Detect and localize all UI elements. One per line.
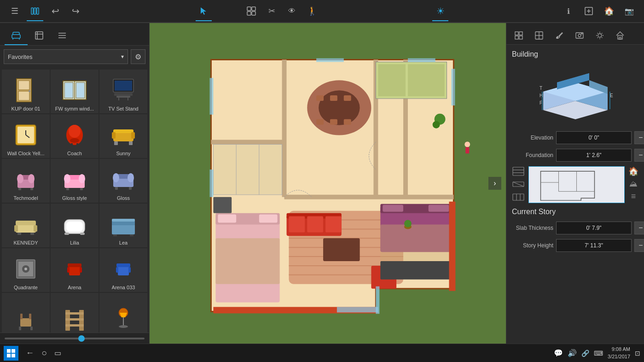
view-icon-3[interactable]: ≡ [631,192,636,201]
material-icon[interactable] [529,27,549,44]
svg-point-39 [70,138,79,143]
circle-button[interactable]: ○ [41,348,47,358]
item-label-lea: Lea [119,240,128,245]
favorites-dropdown[interactable]: Favorites ▾ [4,49,128,64]
chat-icon[interactable]: 💬 [554,349,563,357]
zoom-slider[interactable] [5,338,145,339]
svg-text:E: E [610,93,613,98]
svg-rect-73 [66,222,83,232]
properties-icon[interactable] [509,27,528,44]
item-arena-033[interactable]: Arena 033 [99,248,147,292]
back-button[interactable]: ← [26,348,34,358]
slab-thickness-row: Slab Thickness − + [512,222,638,234]
svg-point-160 [433,121,440,128]
svg-rect-3 [247,7,251,11]
rect-button[interactable]: ▭ [54,349,61,357]
story-height-input[interactable] [556,239,632,252]
view-icon-1[interactable]: 🏠 [628,166,638,176]
elevation-input[interactable] [556,131,632,144]
svg-rect-176 [515,36,518,39]
settings-button[interactable]: ⚙ [131,49,145,64]
item-thumb-shelf1 [58,304,91,333]
zoom-slider-thumb[interactable] [78,335,85,342]
svg-rect-156 [380,224,451,261]
svg-point-63 [128,173,134,182]
item-techmodel[interactable]: Techmodel [2,159,50,203]
svg-rect-129 [316,119,324,125]
export-icon[interactable] [579,1,599,21]
library-icon[interactable] [25,1,45,21]
paint-brush-icon[interactable] [550,27,569,44]
tab-furniture[interactable] [5,27,28,45]
foundation-decrement[interactable]: − [634,149,644,162]
keyboard-icon[interactable]: ⌨ [594,350,603,357]
item-shelf1[interactable] [51,293,99,333]
item-tv-stand[interactable]: TV Set Stand [99,70,147,113]
start-button[interactable] [4,346,18,361]
redo-icon[interactable]: ↪ [65,1,86,21]
slab-decrement[interactable]: − [634,222,644,234]
item-lea[interactable]: Lea [99,204,147,247]
light-right-icon[interactable] [590,27,609,44]
walk-icon[interactable]: 🚶 [302,1,322,21]
story-icon-row-1[interactable] [512,166,525,176]
mini-floor-plan[interactable] [528,166,625,203]
item-kup-door[interactable]: KUP door 01 [2,70,50,113]
item-quadrante[interactable]: Quadrante [2,248,50,292]
tab-drawing[interactable] [28,27,51,45]
notification-icon[interactable]: ⊡ [635,350,640,357]
item-gloss-style[interactable]: Gloss style [51,159,99,203]
svg-rect-170 [209,169,213,197]
svg-rect-21 [18,91,29,100]
svg-rect-149 [218,215,236,223]
menu-icon[interactable]: ☰ [5,1,25,21]
svg-rect-70 [17,233,21,235]
slider-bar [0,333,149,344]
eye-icon[interactable]: 👁 [282,1,302,21]
home-right-icon[interactable] [610,27,630,44]
item-arena[interactable]: Arena [51,248,99,292]
item-sunny[interactable]: Sunny [99,114,147,158]
item-label-gloss-style: Gloss style [62,195,87,201]
slab-label: Slab Thickness [512,225,553,231]
svg-rect-5 [247,12,251,15]
item-coach[interactable]: Coach [51,114,99,158]
item-thumb-chair1 [9,304,42,333]
item-gloss[interactable]: Gloss [99,159,147,203]
elevation-decrement[interactable]: − [634,131,644,144]
item-label-arena: Arena [68,285,81,290]
camera-top-icon[interactable]: 📷 [619,1,639,21]
sun-icon[interactable]: ☀ [430,1,451,21]
info-icon[interactable]: ℹ [558,1,579,21]
view-icon-2[interactable]: ⛰ [629,179,638,189]
canvas-area[interactable]: › [150,23,506,344]
story-height-decrement[interactable]: − [634,239,644,252]
story-icon-row-2[interactable] [512,179,525,189]
story-height-label: Story Height [512,242,553,249]
story-left-icons [512,166,525,203]
item-thumb-quadrante [9,254,42,284]
network-icon[interactable]: 🔗 [581,350,589,357]
item-thumb-kup-door [9,75,42,105]
group-icon[interactable] [241,1,261,21]
home-top-icon[interactable]: 🏠 [599,1,619,21]
item-chair1[interactable] [2,293,50,333]
svg-rect-71 [30,233,34,235]
photo-right-icon[interactable] [570,27,589,44]
item-lilia[interactable]: Lilia [51,204,99,247]
slab-input[interactable] [556,222,632,234]
item-fw-symm[interactable]: FW symm wind... [51,70,99,113]
foundation-input[interactable] [556,149,632,162]
story-icon-row-3[interactable] [512,192,525,202]
canvas-expand-button[interactable]: › [488,177,501,190]
item-kennedy[interactable]: KENNEDY [2,204,50,247]
tab-list[interactable] [51,27,74,45]
undo-icon[interactable]: ↩ [45,1,65,21]
item-wall-clock[interactable]: Wall Clock Yell... [2,114,50,158]
svg-rect-173 [376,286,379,314]
volume-icon[interactable]: 🔊 [568,349,577,357]
svg-rect-91 [118,266,129,275]
scissors-icon[interactable]: ✂ [261,1,282,21]
select-icon[interactable] [193,1,214,21]
item-lamp1[interactable] [99,293,147,333]
